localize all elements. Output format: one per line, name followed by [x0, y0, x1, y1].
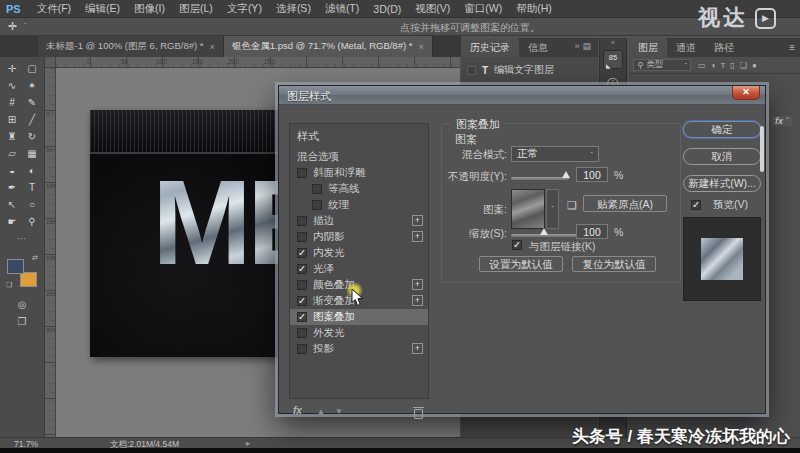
preview-checkbox[interactable] — [691, 200, 701, 210]
tool-preset-caret-icon[interactable]: ˇ — [24, 21, 27, 30]
add-effect-icon[interactable] — [412, 231, 423, 242]
new-preset-icon[interactable]: ❏ — [567, 199, 577, 212]
opacity-input[interactable] — [576, 167, 608, 182]
layer-fx-badge[interactable]: fxˆ — [772, 116, 792, 126]
filter-adjustment-icon[interactable]: ◑ — [711, 61, 716, 70]
dodge-tool[interactable]: ◐ — [22, 163, 42, 179]
scale-slider-thumb[interactable] — [540, 228, 548, 235]
style-texture[interactable]: 纹理 — [290, 197, 428, 213]
filter-pixel-icon[interactable]: ▭ — [698, 61, 706, 70]
style-inner-shadow[interactable]: 内阴影 — [290, 229, 428, 245]
history-source-checkbox[interactable] — [467, 66, 476, 75]
history-item[interactable]: T 编辑文字图层 — [461, 57, 598, 77]
tab-close-icon[interactable]: × — [209, 42, 214, 52]
collapse-panels-icon[interactable]: « — [600, 39, 626, 46]
blur-tool[interactable]: ◒ — [2, 163, 22, 179]
type-tool[interactable]: T — [22, 180, 42, 196]
checkbox[interactable] — [312, 184, 322, 194]
default-colors-icon[interactable]: ❏ — [6, 281, 12, 289]
tab-channels[interactable]: 通道 — [667, 38, 705, 57]
menu-help[interactable]: 帮助(H) — [509, 2, 559, 16]
link-with-layer-checkbox[interactable] — [512, 240, 522, 250]
background-color-swatch[interactable] — [20, 272, 37, 287]
style-stroke[interactable]: 描边 — [290, 213, 428, 229]
dialog-title-bar[interactable]: 图层样式 ✕ — [279, 86, 765, 105]
menu-filter[interactable]: 滤镜(T) — [318, 2, 366, 16]
pattern-thumbnail[interactable] — [511, 189, 545, 229]
swap-colors-icon[interactable]: ⇄ — [32, 254, 38, 262]
style-drop-shadow[interactable]: 投影 — [290, 341, 428, 357]
gradient-tool[interactable]: ▦ — [22, 146, 42, 162]
marquee-tool[interactable]: ▢ — [22, 61, 42, 77]
checkbox[interactable] — [297, 232, 307, 242]
screen-mode-icon[interactable]: ❐ — [18, 316, 27, 327]
menu-window[interactable]: 窗口(W) — [457, 2, 509, 16]
shape-tool[interactable]: ○ — [22, 197, 42, 213]
magic-wand-tool[interactable]: ✶ — [22, 78, 42, 94]
style-blending-options[interactable]: 混合选项 — [290, 149, 428, 165]
checkbox[interactable] — [297, 216, 307, 226]
lasso-tool[interactable]: ∿ — [2, 78, 22, 94]
tab-untitled-1[interactable]: 未标题-1 @ 100% (图层 6, RGB/8#) * × — [38, 36, 224, 57]
menu-view[interactable]: 视图(V) — [408, 2, 457, 16]
move-tool-icon[interactable]: ✛ — [8, 20, 17, 33]
cancel-button[interactable]: 取消 — [683, 148, 761, 165]
blend-mode-select[interactable]: 正常 ˇ — [511, 146, 599, 162]
tab-paths[interactable]: 路径 — [705, 38, 743, 57]
menu-layer[interactable]: 图层(L) — [172, 2, 220, 16]
filter-dot-icon[interactable]: ● — [752, 61, 757, 70]
tab-close-icon[interactable]: × — [418, 42, 423, 52]
zoom-tool[interactable]: ⚲ — [22, 214, 42, 230]
filter-type-icon[interactable]: T — [720, 61, 725, 70]
dialog-close-button[interactable]: ✕ — [732, 86, 760, 100]
tab-info[interactable]: 信息 — [519, 38, 557, 57]
add-effect-icon[interactable] — [412, 343, 423, 354]
opacity-slider[interactable] — [511, 177, 569, 180]
ok-button[interactable]: 确定 — [683, 121, 761, 138]
filter-smart-icon[interactable]: ❏ — [740, 61, 747, 70]
checkbox-checked-icon[interactable] — [297, 248, 307, 258]
opacity-slider-thumb[interactable] — [562, 171, 570, 178]
filter-shape-icon[interactable]: ▯ — [730, 61, 734, 70]
style-inner-glow[interactable]: 内发光 — [290, 245, 428, 261]
pen-tool[interactable]: ✒ — [2, 180, 22, 196]
delete-effect-icon[interactable] — [414, 409, 423, 419]
status-menu-icon[interactable]: ▸ — [246, 438, 250, 448]
style-pattern-overlay[interactable]: 图案叠加 — [290, 309, 428, 325]
eyedropper-tool[interactable]: ✎ — [22, 95, 42, 111]
crop-tool[interactable]: # — [2, 95, 22, 111]
style-bevel-emboss[interactable]: 斜面和浮雕 — [290, 165, 428, 181]
path-select-tool[interactable]: ↖ — [2, 197, 22, 213]
move-tool[interactable]: ✛ — [2, 61, 22, 77]
snap-to-origin-button[interactable]: 贴紧原点(A) — [583, 195, 667, 212]
checkbox[interactable] — [312, 200, 322, 210]
menu-file[interactable]: 文件(F) — [30, 2, 78, 16]
style-outer-glow[interactable]: 外发光 — [290, 325, 428, 341]
style-contour[interactable]: 等高线 — [290, 181, 428, 197]
tab-layers[interactable]: 图层 — [629, 38, 667, 57]
dialog-scrollbar[interactable] — [760, 126, 764, 172]
panel-list-icon[interactable]: ▤ — [582, 41, 594, 51]
checkbox-checked-icon[interactable] — [297, 264, 307, 274]
menu-select[interactable]: 选择(S) — [269, 2, 318, 16]
checkbox[interactable] — [297, 344, 307, 354]
tab-history[interactable]: 历史记录 — [461, 38, 519, 57]
set-default-button[interactable]: 设置为默认值 — [479, 256, 563, 272]
history-brush-tool[interactable]: ↻ — [22, 129, 42, 145]
reset-default-button[interactable]: 复位为默认值 — [572, 256, 656, 272]
panel-menu-icon[interactable]: ≡ — [789, 42, 795, 53]
add-effect-icon[interactable] — [412, 295, 423, 306]
layer-filter-select[interactable]: ⚲ 类型 ˇ — [633, 59, 691, 71]
more-tools-icon[interactable]: ⋯ — [2, 231, 42, 247]
hand-tool[interactable]: ☛ — [2, 214, 22, 230]
move-down-icon[interactable]: ▼ — [335, 407, 343, 416]
checkbox-checked-icon[interactable] — [297, 312, 307, 322]
fx-menu-button[interactable]: fx — [293, 405, 302, 416]
foreground-color-swatch[interactable] — [7, 259, 24, 274]
menu-3d[interactable]: 3D(D) — [366, 3, 408, 15]
checkbox-checked-icon[interactable] — [297, 296, 307, 306]
checkbox[interactable] — [297, 280, 307, 290]
scale-input[interactable] — [576, 224, 608, 239]
checkbox[interactable] — [297, 328, 307, 338]
move-up-icon[interactable]: ▲ — [317, 407, 325, 416]
